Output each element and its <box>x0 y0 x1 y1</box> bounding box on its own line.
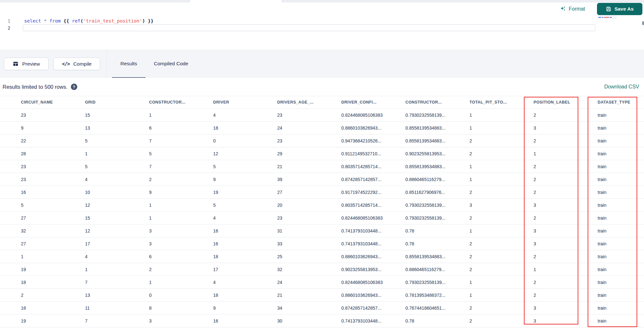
table-cell: 39 <box>272 177 336 182</box>
column-header[interactable]: DRIVER <box>208 100 272 105</box>
download-csv-link[interactable]: Download CSV <box>604 78 639 96</box>
tab-compiled-code[interactable]: Compiled Code <box>146 50 197 78</box>
code-lines: 1select * from {{ ref('train_test_positi… <box>0 15 644 32</box>
table-cell: 0.8860103626943... <box>336 254 400 259</box>
table-cell: 0.8035714285714... <box>336 164 400 169</box>
table-cell: 27 <box>272 190 336 195</box>
table-cell: 29 <box>272 151 336 156</box>
table-cell: 7 <box>80 280 144 285</box>
table-row: 51215200.8035714285714...0.7930232558139… <box>0 199 644 212</box>
table-row: 191217320.9023255813953...0.886046511627… <box>0 263 644 276</box>
column-header[interactable]: TOTAL_PIT_STO... <box>464 100 528 105</box>
table-cell: 4 <box>208 215 272 221</box>
table-cell: 0.8860103626943... <box>336 125 400 131</box>
table-cell: train <box>592 113 644 118</box>
table-cell: 5 <box>80 138 144 143</box>
column-header[interactable]: CONSTRUCTOR... <box>144 100 208 105</box>
editor-minimap[interactable] <box>598 16 617 19</box>
dbt-ide-window: Format Save As 1select * from {{ ref('tr… <box>0 0 644 328</box>
table-cell: 0 <box>208 138 272 143</box>
line-content <box>23 24 595 31</box>
table-cell: 0.7674418604651... <box>400 305 464 311</box>
tab-results[interactable]: Results <box>112 50 146 78</box>
table-cell: 8 <box>144 305 208 311</box>
table-cell: 9 <box>208 177 272 182</box>
table-cell: train <box>592 125 644 131</box>
table-cell: 2 <box>144 267 208 272</box>
format-button[interactable]: Format <box>560 2 585 15</box>
save-icon <box>606 6 611 12</box>
table-cell: 27 <box>16 241 80 246</box>
table-cell: 0.7813953488372... <box>400 293 464 298</box>
column-header[interactable]: DRIVERS_AGE_... <box>272 100 336 105</box>
preview-button[interactable]: Preview <box>4 58 49 70</box>
table-cell: 19 <box>16 318 80 323</box>
line-number: 2 <box>0 24 14 32</box>
toolbar-divider <box>106 50 107 78</box>
table-cell: train <box>592 318 644 323</box>
table-cell: 1 <box>144 203 208 208</box>
table-cell: 0.8558139534883... <box>400 164 464 169</box>
table-cell: 0.8558139534883... <box>400 254 464 259</box>
format-label: Format <box>569 6 585 12</box>
table-cell: train <box>592 151 644 156</box>
table-cell: 12 <box>208 151 272 156</box>
table-cell: 0.8558139534883... <box>400 138 464 143</box>
table-cell: 2 <box>528 177 592 182</box>
table-cell: 0.9023255813953... <box>400 151 464 156</box>
table-cell: 18 <box>16 305 80 311</box>
table-cell: 21 <box>272 164 336 169</box>
editor-scrollbar[interactable] <box>642 21 644 25</box>
table-row: 1610919270.9171974522292...0.85116279069… <box>0 186 644 199</box>
table-cell: 23 <box>272 138 336 143</box>
table-cell: 2 <box>528 254 592 259</box>
table-row: 23575210.8035714285714...0.8558139534883… <box>0 160 644 173</box>
table-cell: 13 <box>80 293 144 298</box>
table-cell: 2 <box>16 293 80 298</box>
table-cell: 0.7930232558139... <box>400 203 464 208</box>
help-icon[interactable]: ? <box>71 84 77 90</box>
table-cell: 25 <box>272 254 336 259</box>
table-cell: 23 <box>16 177 80 182</box>
table-cell: train <box>592 203 644 208</box>
table-cell: 16 <box>208 228 272 233</box>
column-header[interactable]: POSITION_LABEL <box>528 100 592 105</box>
column-header[interactable]: DATASET_TYPE <box>592 100 644 105</box>
compile-button[interactable]: </> Compile <box>53 58 100 70</box>
table-cell: 1 <box>144 280 208 285</box>
table-cell: train <box>592 138 644 143</box>
table-cell: 0.8860465116279... <box>400 177 464 182</box>
table-cell: 3 <box>528 318 592 323</box>
table-cell: 3 <box>528 241 592 246</box>
table-cell: 0.824468085106383 <box>336 280 400 285</box>
sql-editor[interactable]: 1select * from {{ ref('train_test_positi… <box>0 15 644 50</box>
table-cell: train <box>592 267 644 272</box>
table-cell: 32 <box>272 267 336 272</box>
column-header[interactable]: DRIVER_CONFI... <box>336 100 400 105</box>
code-line[interactable]: 1select * from {{ ref('train_test_positi… <box>0 17 644 24</box>
table-row: 197316300.7413793103448...0.7823train <box>0 314 644 327</box>
table-cell: 2 <box>528 215 592 221</box>
table-cell: 2 <box>464 305 528 311</box>
table-row: 213018210.8860103626943...0.781395348837… <box>0 289 644 302</box>
column-header[interactable]: GRID <box>80 100 144 105</box>
results-tabs: ResultsCompiled Code <box>112 50 197 78</box>
code-line[interactable]: 2 <box>0 24 644 32</box>
column-header[interactable]: CONSTRUCTOR... <box>400 100 464 105</box>
table-cell: 9 <box>144 190 208 195</box>
table-row: 14618250.8860103626943...0.8558139534883… <box>0 250 644 263</box>
table-cell: 3 <box>144 228 208 233</box>
table-cell: 2 <box>464 151 528 156</box>
table-cell: 2 <box>464 267 528 272</box>
table-cell: 30 <box>272 318 336 323</box>
table-cell: 2 <box>528 113 592 118</box>
table-cell: 20 <box>272 203 336 208</box>
column-header[interactable]: CIRCUIT_NAME <box>16 100 80 105</box>
table-cell: 0.9023255813953... <box>336 267 400 272</box>
table-cell: train <box>592 305 644 311</box>
table-cell: 27 <box>16 215 80 221</box>
table-cell: 4 <box>80 254 144 259</box>
table-cell: 2 <box>464 241 528 246</box>
save-as-button[interactable]: Save As <box>597 3 642 15</box>
table-cell: 0.8035714285714... <box>336 203 400 208</box>
